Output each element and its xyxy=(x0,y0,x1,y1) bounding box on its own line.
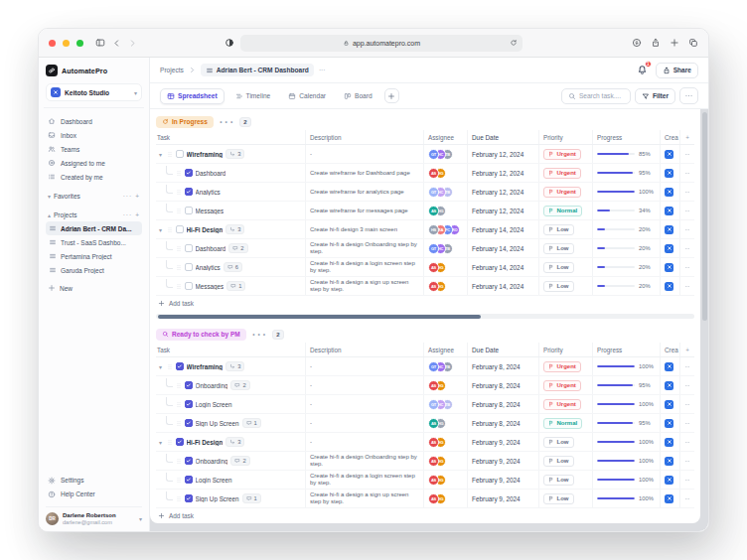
sidebar-item-teams[interactable]: Teams xyxy=(46,142,142,156)
row-menu-button[interactable] xyxy=(679,145,694,163)
due-date-cell[interactable]: February 14, 2024 xyxy=(467,239,538,257)
drag-handle-icon[interactable] xyxy=(176,188,182,197)
row-menu-button[interactable] xyxy=(679,395,694,413)
projects-section-header[interactable]: ▴ Projects ··· + xyxy=(46,208,142,221)
drag-handle-icon[interactable] xyxy=(176,400,182,409)
comment-count-badge[interactable]: 1 xyxy=(242,493,261,503)
drag-handle-icon[interactable] xyxy=(176,419,182,428)
assignee-avatar[interactable]: HS xyxy=(428,224,439,235)
sidebar-project-item[interactable]: Garuda Project xyxy=(46,263,142,277)
task-name[interactable]: Login Screen xyxy=(196,401,232,408)
expand-caret[interactable]: ▾ xyxy=(157,226,164,233)
creator-app-icon[interactable] xyxy=(665,362,673,371)
sidebar-project-item[interactable]: Adrian Bert - CRM Da... xyxy=(46,221,142,235)
row-menu-button[interactable] xyxy=(679,277,694,295)
task-checkbox[interactable] xyxy=(185,381,193,389)
subtask-count-badge[interactable]: 3 xyxy=(225,224,244,234)
priority-badge[interactable]: Urgent xyxy=(543,168,581,179)
breadcrumb-more-icon[interactable]: ··· xyxy=(319,67,326,73)
horizontal-scrollbar[interactable] xyxy=(156,314,694,319)
column-header-priority[interactable]: Priority xyxy=(538,343,592,356)
column-header-priority[interactable]: Priority xyxy=(538,130,592,144)
row-menu-button[interactable] xyxy=(679,433,694,451)
comment-count-badge[interactable]: 2 xyxy=(230,456,249,466)
tab-calendar[interactable]: Calendar xyxy=(281,88,333,104)
priority-badge[interactable]: Low xyxy=(543,281,574,292)
browser-forward-icon[interactable] xyxy=(128,39,137,48)
creator-app-icon[interactable] xyxy=(665,419,673,428)
expand-caret[interactable]: ▾ xyxy=(157,151,164,158)
due-date-cell[interactable]: February 8, 2024 xyxy=(467,357,538,375)
subtask-count-badge[interactable]: 3 xyxy=(225,437,244,447)
drag-handle-icon[interactable] xyxy=(176,169,182,178)
projects-more-icon[interactable]: ··· xyxy=(123,211,133,218)
column-header-crea[interactable]: Crea xyxy=(660,343,679,356)
group-status-badge[interactable]: In Progress xyxy=(156,116,214,128)
favorites-section-header[interactable]: ▾ Favorites ··· + xyxy=(46,189,142,203)
creator-app-icon[interactable] xyxy=(665,244,673,253)
assignee-avatar[interactable]: AS xyxy=(428,206,439,216)
priority-badge[interactable]: Urgent xyxy=(543,361,581,372)
assignee-avatar[interactable]: AS xyxy=(428,380,439,391)
column-header-due-date[interactable]: Due Date xyxy=(467,343,538,356)
breadcrumb-current[interactable]: Adrian Bert - CRM Dashboard xyxy=(201,64,314,76)
drag-handle-icon[interactable] xyxy=(176,381,182,390)
priority-badge[interactable]: Low xyxy=(543,262,574,273)
row-menu-button[interactable] xyxy=(679,414,694,432)
creator-app-icon[interactable] xyxy=(665,263,673,272)
description-cell[interactable]: Create wireframe for Dashboard page xyxy=(305,164,423,182)
drag-handle-icon[interactable] xyxy=(176,282,182,291)
priority-badge[interactable]: Low xyxy=(543,437,574,448)
task-checkbox[interactable] xyxy=(185,282,193,290)
priority-badge[interactable]: Urgent xyxy=(543,187,581,198)
task-checkbox[interactable] xyxy=(176,150,184,158)
creator-app-icon[interactable] xyxy=(665,494,673,503)
row-menu-button[interactable] xyxy=(679,183,694,201)
description-cell[interactable]: - xyxy=(305,357,423,375)
priority-badge[interactable]: Normal xyxy=(543,418,582,429)
add-task-button[interactable]: Add task xyxy=(156,508,694,523)
assignee-avatar[interactable]: AS xyxy=(428,168,439,179)
description-cell[interactable]: Create hi-fi a design a sign up screen s… xyxy=(305,277,423,295)
task-name[interactable]: Analytics xyxy=(196,189,221,196)
row-menu-button[interactable] xyxy=(679,164,694,182)
row-menu-button[interactable] xyxy=(679,202,694,219)
column-header-assignee[interactable]: Assignee xyxy=(423,343,467,356)
add-task-button[interactable]: Add task xyxy=(156,296,694,311)
more-options-button[interactable] xyxy=(679,87,698,104)
priority-badge[interactable]: Low xyxy=(543,456,574,467)
task-name[interactable]: Sign Up Screen xyxy=(196,495,239,502)
vertical-scrollbar[interactable] xyxy=(702,112,707,321)
task-name[interactable]: Wireframing xyxy=(187,363,224,370)
expand-caret[interactable]: ▾ xyxy=(157,363,164,370)
assignee-avatar[interactable]: GT xyxy=(428,149,439,160)
due-date-cell[interactable]: February 9, 2024 xyxy=(467,490,538,507)
subtask-count-badge[interactable]: 3 xyxy=(225,149,244,159)
privacy-shield-icon[interactable] xyxy=(224,38,234,48)
task-checkbox[interactable] xyxy=(185,207,193,214)
comment-count-badge[interactable]: 6 xyxy=(224,262,242,272)
row-menu-button[interactable] xyxy=(679,258,694,276)
due-date-cell[interactable]: February 12, 2024 xyxy=(467,164,538,182)
task-name[interactable]: Messages xyxy=(196,283,224,290)
assignee-avatar[interactable]: AS xyxy=(428,493,439,504)
priority-badge[interactable]: Urgent xyxy=(543,380,581,391)
task-name[interactable]: Hi-Fi Design xyxy=(187,226,224,233)
description-cell[interactable]: Create hi-fi a design a sign up screen s… xyxy=(305,490,423,507)
creator-app-icon[interactable] xyxy=(665,476,673,485)
subtask-count-badge[interactable]: 3 xyxy=(225,361,244,371)
column-header-progress[interactable]: Progress xyxy=(592,343,660,356)
add-column-button[interactable]: + xyxy=(679,130,694,144)
browser-sidebar-toggle-icon[interactable] xyxy=(95,38,105,48)
creator-app-icon[interactable] xyxy=(665,150,673,159)
description-cell[interactable]: Create hi-fi a design Onboarding step by… xyxy=(305,239,423,257)
drag-handle-icon[interactable] xyxy=(167,225,173,234)
group-more-icon[interactable]: ··· xyxy=(219,113,234,131)
description-cell[interactable]: - xyxy=(305,376,423,394)
task-checkbox[interactable] xyxy=(185,400,193,408)
description-cell[interactable]: Create hi-fi a design a login screen ste… xyxy=(305,471,423,489)
priority-badge[interactable]: Low xyxy=(543,475,574,486)
task-name[interactable]: Messages xyxy=(196,208,224,214)
task-checkbox[interactable] xyxy=(185,494,193,502)
row-menu-button[interactable] xyxy=(679,452,694,470)
